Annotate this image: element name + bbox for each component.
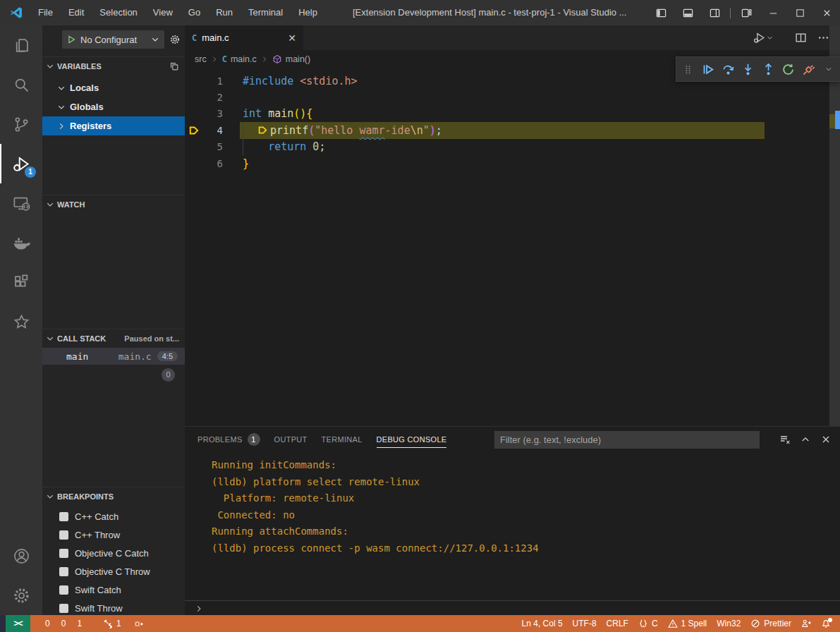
activity-source-control[interactable] [0,104,42,144]
breakpoint-swift-catch[interactable]: Swift Catch [42,581,185,599]
variables-item-globals[interactable]: Globals [42,97,185,116]
maximize-panel-icon[interactable] [800,434,811,445]
breakpoint-objective-c-throw[interactable]: Objective C Throw [42,562,185,581]
status-prettier[interactable]: Prettier [745,615,796,632]
close-panel-icon[interactable] [820,434,832,445]
menu-go[interactable]: Go [181,0,208,25]
activity-docker[interactable] [0,223,42,262]
breakpoint-swift-throw[interactable]: Swift Throw [42,599,185,615]
activity-explorer[interactable] [0,25,42,65]
checkbox[interactable] [59,530,68,540]
call-stack-header[interactable]: CALL STACK Paused on st... [42,329,185,348]
watch-header[interactable]: WATCH [42,195,185,214]
breakpoint-objective-c-catch[interactable]: Objective C Catch [42,544,185,562]
checkbox[interactable] [59,549,68,558]
status-ln-4-col-5[interactable]: Ln 4, Col 5 [517,615,568,632]
ruler-current-line-mark [829,114,835,128]
activity-settings[interactable] [0,576,42,615]
split-editor-icon[interactable] [795,32,807,44]
activity-accounts[interactable] [0,536,42,576]
tab-main-c[interactable]: C main.c ✕ [185,25,303,50]
current-statement-arrow-icon[interactable] [185,125,203,136]
remote-indicator[interactable]: >< [6,615,30,632]
breakpoint-c-throw[interactable]: C++ Throw [42,525,185,544]
menu-file[interactable]: File [30,0,61,25]
panel-tab-terminal[interactable]: TERMINAL [322,427,363,452]
activity-remote-explorer[interactable] [0,183,42,223]
stack-frame-main[interactable]: main main.c 4:5 [42,348,185,365]
drag-grippy-icon[interactable] [678,59,698,79]
session-row[interactable]: 0 [42,365,185,384]
code-line-3[interactable]: 3 int main(){ [185,106,829,122]
menu-terminal[interactable]: Terminal [241,0,291,25]
copy-icon[interactable] [169,61,179,71]
status-crlf[interactable]: CRLF [602,615,633,632]
restart-icon[interactable] [779,59,798,79]
panel-tab-problems[interactable]: PROBLEMS1 [197,427,260,452]
code-line-5[interactable]: 5 return 0; [185,139,829,155]
close-icon[interactable] [813,0,840,25]
call-stack-list: main main.c 4:5 0 [42,348,185,384]
close-tab-icon[interactable]: ✕ [288,32,296,44]
status-utf-8[interactable]: UTF-8 [568,615,602,632]
panel-tab-output[interactable]: OUTPUT [274,427,308,452]
checkbox[interactable] [59,585,68,595]
breadcrumb-file[interactable]: main.c [231,54,257,64]
clear-console-icon[interactable] [779,434,791,445]
toggle-secondary-sidebar-icon[interactable] [701,0,728,25]
step-out-icon[interactable] [759,59,778,79]
status-bell[interactable] [816,615,836,632]
status-feedback[interactable] [796,615,816,632]
breadcrumb-symbol[interactable]: main() [286,54,310,64]
breadcrumb-src[interactable]: src [195,54,207,64]
toggle-primary-sidebar-icon[interactable] [647,0,674,25]
tools-status[interactable]: 1 [98,615,126,632]
toggle-panel-icon[interactable] [674,0,701,25]
menu-run[interactable]: Run [208,0,241,25]
variables-header[interactable]: VARIABLES [42,56,185,75]
menu-selection[interactable]: Selection [92,0,145,25]
menu-help[interactable]: Help [291,0,325,25]
debug-status[interactable] [129,615,149,632]
chevron-down-icon[interactable] [820,59,839,79]
warning-count: 0 [61,619,66,628]
more-actions-icon[interactable] [817,32,829,44]
step-into-icon[interactable] [739,59,758,79]
step-over-icon[interactable] [719,59,738,79]
breakpoint-c-catch[interactable]: C++ Catch [42,507,185,525]
debug-console-input[interactable] [185,600,840,616]
activity-extensions[interactable] [0,262,42,302]
disconnect-icon[interactable] [799,59,818,79]
debug-console-output[interactable]: Running initCommands:(lldb) platform sel… [185,452,840,600]
status-1-spell[interactable]: 1 Spell [663,615,712,632]
checkbox[interactable] [59,604,68,613]
menu-view[interactable]: View [145,0,181,25]
activity-search[interactable] [0,65,42,104]
status-c[interactable]: C [633,615,663,632]
code-line-6[interactable]: 6 } [185,155,829,171]
overview-ruler[interactable] [829,25,840,426]
run-or-debug-icon[interactable] [753,32,774,44]
status-win32[interactable]: Win32 [712,615,745,632]
activity-favorites[interactable] [0,302,42,341]
minimize-icon[interactable] [760,0,786,25]
activity-run-and-debug[interactable]: 1 [0,144,42,183]
variables-item-registers[interactable]: Registers [42,116,185,135]
menu-edit[interactable]: Edit [61,0,92,25]
debug-config-dropdown[interactable]: No Configurat [62,30,164,49]
breakpoints-header[interactable]: BREAKPOINTS [42,487,185,506]
panel-tab-debug-console[interactable]: DEBUG CONSOLE [377,427,447,452]
console-filter-input[interactable] [494,431,760,449]
code-line-2[interactable]: 2 [185,89,829,105]
launch-settings-gear-icon[interactable] [169,34,181,45]
status-right: Ln 4, Col 5 UTF-8 CRLF C 1 Spell Win32 P… [517,615,840,632]
code-editor[interactable]: 1 #include <stdio.h> 2 3 int main(){ 4 p… [185,68,829,426]
checkbox[interactable] [59,567,68,576]
code-line-4[interactable]: 4 printf("hello wamr-ide\n"); [185,122,829,138]
problems-status[interactable]: 0 0 1 [36,615,91,632]
maximize-icon[interactable] [786,0,813,25]
checkbox[interactable] [59,512,68,521]
variables-item-locals[interactable]: Locals [42,78,185,97]
continue-icon[interactable] [699,59,718,79]
customize-layout-icon[interactable] [733,0,760,25]
